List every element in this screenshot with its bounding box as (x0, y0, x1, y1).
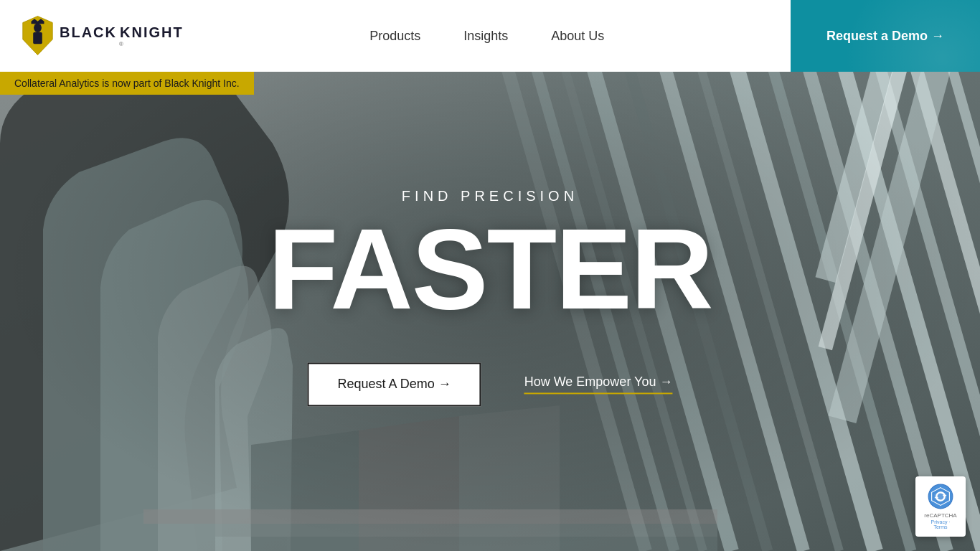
header-cta-label: Request a Demo → (826, 29, 944, 44)
hero-section: BLACK KNIGHT ® Products Insights About U… (0, 0, 980, 551)
recaptcha-privacy-link[interactable]: Privacy (931, 519, 948, 524)
how-we-empower-button[interactable]: How We Empower You → (524, 375, 673, 394)
site-header: BLACK KNIGHT ® Products Insights About U… (0, 0, 980, 72)
recaptcha-label: reCAPTCHA (924, 512, 956, 519)
recaptcha-terms-link[interactable]: Terms (933, 524, 947, 529)
request-demo-button[interactable]: Request A Demo → (308, 362, 481, 406)
header-cta-button[interactable]: Request a Demo → (791, 0, 980, 72)
nav-about-us[interactable]: About Us (551, 29, 604, 44)
demo-button-label: Request A Demo → (338, 377, 451, 392)
hero-title: FASTER (268, 212, 712, 326)
empower-button-label: How We Empower You → (524, 375, 673, 390)
announcement-text: Collateral Analytics is now part of Blac… (14, 77, 240, 89)
recaptcha-separator: · (948, 519, 950, 524)
black-knight-logo-icon (22, 14, 54, 57)
hero-subtitle: FIND PRECISION (268, 188, 712, 204)
logo-text-area: BLACK KNIGHT ® (60, 24, 184, 47)
svg-rect-24 (33, 32, 42, 44)
logo-area[interactable]: BLACK KNIGHT ® (0, 14, 184, 57)
main-nav: Products Insights About Us (369, 29, 604, 44)
nav-products[interactable]: Products (369, 29, 420, 44)
logo-black: BLACK (60, 24, 117, 41)
nav-insights[interactable]: Insights (463, 29, 508, 44)
recaptcha-links: Privacy · Terms (924, 519, 957, 529)
recaptcha-logo-icon (928, 484, 953, 509)
recaptcha-badge: reCAPTCHA Privacy · Terms (915, 476, 966, 537)
hero-buttons: Request A Demo → How We Empower You → (268, 362, 712, 406)
logo-knight: KNIGHT (120, 24, 184, 41)
hero-content: FIND PRECISION FASTER Request A Demo → H… (268, 188, 712, 406)
announcement-bar: Collateral Analytics is now part of Blac… (0, 72, 254, 95)
svg-point-23 (34, 23, 42, 32)
